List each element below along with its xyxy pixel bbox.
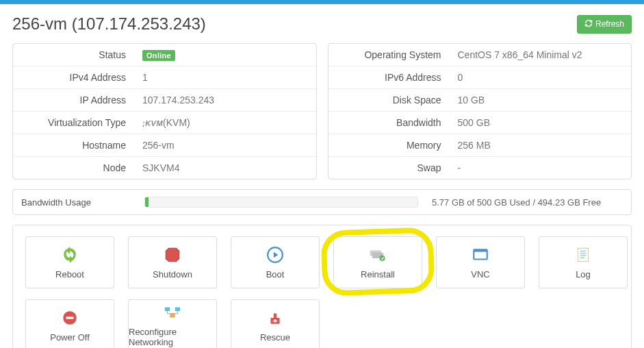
- right-row-1: IPv6 Address0: [329, 66, 632, 89]
- left-label: Hostname: [13, 134, 134, 157]
- reboot-label: Reboot: [55, 269, 84, 279]
- left-row-1: IPv4 Address1: [13, 66, 316, 89]
- kvm-logo-icon: ;KVM: [142, 119, 163, 127]
- right-row-2: Disk Space10 GB: [329, 89, 632, 112]
- reinstall-button[interactable]: Reinstall: [333, 236, 422, 288]
- right-info-panel: Operating SystemCentOS 7 x86_64 Minimal …: [328, 43, 632, 179]
- svg-rect-16: [175, 308, 180, 312]
- reinstall-icon: [369, 246, 387, 264]
- boot-icon: [266, 246, 284, 264]
- right-value: CentOS 7 x86_64 Minimal v2: [450, 44, 632, 66]
- shutdown-button[interactable]: Shutdown: [128, 236, 217, 288]
- page-title: 256-vm (107.174.253.243): [12, 14, 206, 34]
- reconfigure-networking-label: Reconfigure Networking: [129, 327, 216, 347]
- right-label: Disk Space: [329, 89, 450, 112]
- svg-rect-15: [165, 308, 170, 312]
- left-label: Node: [13, 157, 134, 179]
- left-value: 107.174.253.243: [134, 89, 316, 112]
- right-value: 10 GB: [450, 89, 632, 112]
- svg-rect-17: [170, 314, 175, 318]
- shutdown-label: Shutdown: [153, 269, 192, 279]
- boot-label: Boot: [266, 269, 285, 279]
- reboot-icon: [61, 246, 79, 264]
- svg-marker-2: [274, 251, 279, 258]
- right-label: Operating System: [329, 44, 450, 66]
- reconfigure-networking-icon: [164, 303, 181, 321]
- rescue-label: Rescue: [260, 332, 290, 343]
- bandwidth-label: Bandwidth Usage: [21, 197, 131, 208]
- right-row-3: Bandwidth500 GB: [329, 112, 632, 134]
- refresh-button[interactable]: Refresh: [577, 15, 632, 34]
- left-row-5: NodeSJKVM4: [13, 157, 316, 179]
- refresh-label: Refresh: [595, 19, 624, 29]
- right-label: Swap: [329, 157, 450, 179]
- right-label: Bandwidth: [329, 112, 450, 134]
- boot-button[interactable]: Boot: [231, 236, 320, 288]
- left-label: Virtualization Type: [13, 112, 134, 134]
- right-value: 500 GB: [450, 112, 632, 134]
- right-value: 0: [450, 66, 632, 89]
- right-row-4: Memory256 MB: [329, 134, 632, 157]
- vnc-button[interactable]: VNC: [436, 236, 525, 288]
- log-button[interactable]: Log: [539, 236, 628, 288]
- bandwidth-progress-bar: [145, 197, 149, 207]
- left-row-4: Hostname256-vm: [13, 134, 316, 157]
- reinstall-label: Reinstall: [361, 269, 395, 279]
- reboot-button[interactable]: Reboot: [25, 236, 114, 288]
- bandwidth-progress: [144, 197, 418, 208]
- right-label: IPv6 Address: [329, 66, 450, 89]
- right-label: Memory: [329, 134, 450, 157]
- status-badge: Online: [142, 50, 175, 61]
- svg-point-5: [379, 255, 385, 260]
- actions-panel: RebootShutdownBootReinstallVNCLog Power …: [12, 225, 632, 348]
- left-value: ;KVM(KVM): [134, 112, 316, 134]
- svg-marker-0: [166, 248, 179, 262]
- reconfigure-networking-button[interactable]: Reconfigure Networking: [128, 299, 217, 348]
- log-icon: [574, 246, 592, 264]
- poweroff-icon: [61, 309, 79, 327]
- left-value: Online: [134, 44, 316, 66]
- svg-rect-21: [273, 320, 278, 321]
- right-value: 256 MB: [450, 134, 632, 157]
- left-value: 256-vm: [134, 134, 316, 157]
- left-value: 1: [134, 66, 316, 89]
- left-label: IPv4 Address: [13, 66, 134, 89]
- poweroff-button[interactable]: Power Off: [25, 299, 114, 348]
- left-row-0: StatusOnline: [13, 44, 316, 66]
- bandwidth-panel: Bandwidth Usage 5.77 GB of 500 GB Used /…: [12, 189, 632, 215]
- svg-rect-7: [474, 249, 487, 251]
- rescue-button[interactable]: Rescue: [231, 299, 320, 348]
- poweroff-label: Power Off: [50, 332, 90, 343]
- left-info-panel: StatusOnlineIPv4 Address1IP Address107.1…: [12, 43, 317, 179]
- vnc-icon: [472, 246, 489, 264]
- right-value: -: [450, 157, 632, 179]
- log-label: Log: [576, 269, 591, 279]
- vnc-label: VNC: [471, 269, 489, 279]
- refresh-icon: [584, 19, 593, 29]
- left-row-3: Virtualization Type;KVM(KVM): [13, 112, 316, 134]
- svg-rect-14: [66, 316, 74, 319]
- right-row-5: Swap-: [329, 157, 632, 179]
- left-label: Status: [13, 44, 134, 66]
- left-label: IP Address: [13, 89, 134, 112]
- svg-rect-19: [274, 313, 276, 318]
- svg-rect-8: [578, 248, 588, 262]
- rescue-icon: [266, 309, 284, 327]
- left-value: SJKVM4: [134, 157, 316, 179]
- shutdown-icon: [164, 246, 181, 264]
- bandwidth-text: 5.77 GB of 500 GB Used / 494.23 GB Free: [432, 197, 601, 208]
- left-row-2: IP Address107.174.253.243: [13, 89, 316, 112]
- right-row-0: Operating SystemCentOS 7 x86_64 Minimal …: [329, 44, 632, 66]
